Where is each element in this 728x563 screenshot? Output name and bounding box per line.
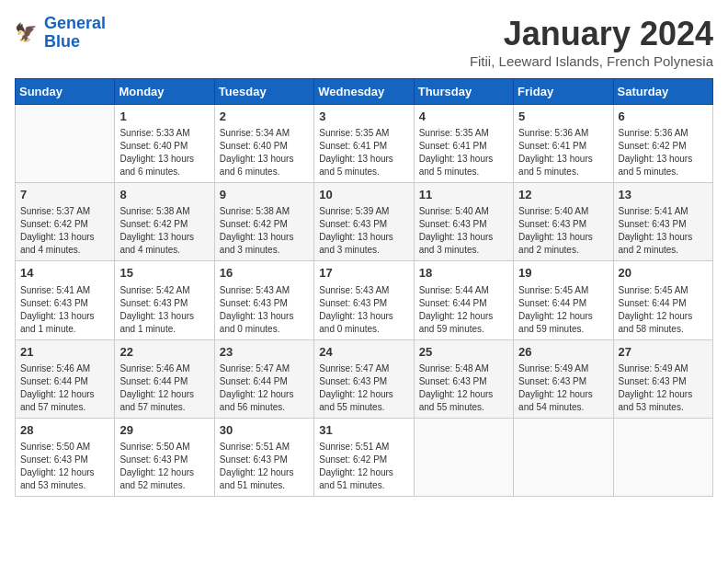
- calendar-week-row: 28Sunrise: 5:50 AM Sunset: 6:43 PM Dayli…: [16, 418, 713, 496]
- day-info: Sunrise: 5:38 AM Sunset: 6:42 PM Dayligh…: [119, 205, 209, 257]
- calendar-cell: 4Sunrise: 5:35 AM Sunset: 6:41 PM Daylig…: [414, 105, 513, 183]
- month-title: January 2024: [470, 15, 713, 53]
- title-block: January 2024 Fitii, Leeward Islands, Fre…: [470, 15, 713, 69]
- day-of-week-header: Thursday: [414, 79, 513, 105]
- day-info: Sunrise: 5:40 AM Sunset: 6:43 PM Dayligh…: [518, 205, 608, 257]
- day-number: 26: [518, 344, 608, 361]
- day-info: Sunrise: 5:40 AM Sunset: 6:43 PM Dayligh…: [419, 205, 508, 257]
- day-info: Sunrise: 5:43 AM Sunset: 6:43 PM Dayligh…: [220, 284, 309, 336]
- day-number: 6: [619, 109, 708, 125]
- day-number: 25: [419, 344, 508, 361]
- day-number: 30: [220, 422, 309, 439]
- calendar-week-row: 14Sunrise: 5:41 AM Sunset: 6:43 PM Dayli…: [16, 261, 713, 339]
- day-info: Sunrise: 5:49 AM Sunset: 6:43 PM Dayligh…: [518, 362, 608, 414]
- calendar-cell: 15Sunrise: 5:42 AM Sunset: 6:43 PM Dayli…: [115, 261, 214, 339]
- calendar-week-row: 21Sunrise: 5:46 AM Sunset: 6:44 PM Dayli…: [16, 339, 713, 418]
- day-number: 17: [319, 265, 408, 282]
- day-of-week-header: Sunday: [16, 79, 115, 105]
- calendar-cell: 10Sunrise: 5:39 AM Sunset: 6:43 PM Dayli…: [314, 183, 414, 261]
- calendar-cell: 14Sunrise: 5:41 AM Sunset: 6:43 PM Dayli…: [16, 261, 115, 339]
- calendar-cell: 22Sunrise: 5:46 AM Sunset: 6:44 PM Dayli…: [115, 339, 214, 418]
- calendar-cell: 2Sunrise: 5:34 AM Sunset: 6:40 PM Daylig…: [214, 105, 313, 183]
- calendar-cell: 28Sunrise: 5:50 AM Sunset: 6:43 PM Dayli…: [16, 418, 115, 496]
- calendar-cell: 6Sunrise: 5:36 AM Sunset: 6:42 PM Daylig…: [613, 105, 712, 183]
- day-info: Sunrise: 5:34 AM Sunset: 6:40 PM Dayligh…: [220, 127, 309, 178]
- day-info: Sunrise: 5:35 AM Sunset: 6:41 PM Dayligh…: [319, 127, 408, 178]
- calendar-cell: 11Sunrise: 5:40 AM Sunset: 6:43 PM Dayli…: [414, 183, 513, 261]
- day-number: 28: [20, 422, 109, 439]
- calendar-cell: 18Sunrise: 5:44 AM Sunset: 6:44 PM Dayli…: [414, 261, 513, 339]
- day-info: Sunrise: 5:39 AM Sunset: 6:43 PM Dayligh…: [319, 205, 408, 257]
- calendar-cell: 7Sunrise: 5:37 AM Sunset: 6:42 PM Daylig…: [16, 183, 115, 261]
- day-number: 15: [119, 265, 209, 282]
- calendar-cell: 9Sunrise: 5:38 AM Sunset: 6:42 PM Daylig…: [214, 183, 313, 261]
- day-info: Sunrise: 5:49 AM Sunset: 6:43 PM Dayligh…: [619, 362, 708, 414]
- day-info: Sunrise: 5:37 AM Sunset: 6:42 PM Dayligh…: [20, 205, 109, 257]
- calendar-cell: 29Sunrise: 5:50 AM Sunset: 6:43 PM Dayli…: [115, 418, 214, 496]
- calendar-cell: 8Sunrise: 5:38 AM Sunset: 6:42 PM Daylig…: [115, 183, 214, 261]
- day-number: 24: [319, 344, 408, 361]
- calendar-cell: 23Sunrise: 5:47 AM Sunset: 6:44 PM Dayli…: [214, 339, 313, 418]
- calendar-cell: 12Sunrise: 5:40 AM Sunset: 6:43 PM Dayli…: [514, 183, 613, 261]
- day-number: 13: [619, 187, 708, 203]
- calendar-body: 1Sunrise: 5:33 AM Sunset: 6:40 PM Daylig…: [16, 105, 713, 497]
- location-subtitle: Fitii, Leeward Islands, French Polynesia: [470, 53, 713, 69]
- day-info: Sunrise: 5:43 AM Sunset: 6:43 PM Dayligh…: [319, 284, 408, 336]
- day-number: 10: [319, 187, 408, 203]
- day-info: Sunrise: 5:47 AM Sunset: 6:43 PM Dayligh…: [319, 362, 408, 414]
- day-of-week-header: Friday: [514, 79, 613, 105]
- calendar-cell: 24Sunrise: 5:47 AM Sunset: 6:43 PM Dayli…: [314, 339, 414, 418]
- day-of-week-header: Saturday: [613, 79, 712, 105]
- day-number: 31: [319, 422, 408, 439]
- day-number: 8: [119, 187, 209, 203]
- day-info: Sunrise: 5:46 AM Sunset: 6:44 PM Dayligh…: [20, 362, 109, 414]
- day-info: Sunrise: 5:47 AM Sunset: 6:44 PM Dayligh…: [220, 362, 309, 414]
- calendar-cell: 31Sunrise: 5:51 AM Sunset: 6:42 PM Dayli…: [314, 418, 414, 496]
- day-number: 19: [518, 265, 608, 282]
- calendar-cell: [613, 418, 712, 496]
- logo: 🦅 General Blue: [15, 15, 106, 52]
- day-number: 4: [419, 109, 508, 125]
- day-number: 14: [20, 265, 109, 282]
- day-info: Sunrise: 5:45 AM Sunset: 6:44 PM Dayligh…: [518, 284, 608, 336]
- calendar-cell: [16, 105, 115, 183]
- day-number: 21: [20, 344, 109, 361]
- calendar-cell: 19Sunrise: 5:45 AM Sunset: 6:44 PM Dayli…: [514, 261, 613, 339]
- day-info: Sunrise: 5:35 AM Sunset: 6:41 PM Dayligh…: [419, 127, 508, 178]
- day-info: Sunrise: 5:38 AM Sunset: 6:42 PM Dayligh…: [220, 205, 309, 257]
- day-info: Sunrise: 5:48 AM Sunset: 6:43 PM Dayligh…: [419, 362, 508, 414]
- day-info: Sunrise: 5:36 AM Sunset: 6:42 PM Dayligh…: [619, 127, 708, 178]
- day-info: Sunrise: 5:50 AM Sunset: 6:43 PM Dayligh…: [119, 441, 209, 492]
- calendar-cell: 16Sunrise: 5:43 AM Sunset: 6:43 PM Dayli…: [214, 261, 313, 339]
- day-of-week-header: Monday: [115, 79, 214, 105]
- day-number: 1: [119, 109, 209, 125]
- day-number: 12: [518, 187, 608, 203]
- calendar-cell: 21Sunrise: 5:46 AM Sunset: 6:44 PM Dayli…: [16, 339, 115, 418]
- logo-icon: 🦅: [15, 20, 40, 46]
- day-info: Sunrise: 5:33 AM Sunset: 6:40 PM Dayligh…: [119, 127, 209, 178]
- day-info: Sunrise: 5:41 AM Sunset: 6:43 PM Dayligh…: [619, 205, 708, 257]
- day-info: Sunrise: 5:51 AM Sunset: 6:42 PM Dayligh…: [319, 441, 408, 492]
- calendar-cell: 27Sunrise: 5:49 AM Sunset: 6:43 PM Dayli…: [613, 339, 712, 418]
- calendar-cell: [414, 418, 513, 496]
- calendar-cell: 3Sunrise: 5:35 AM Sunset: 6:41 PM Daylig…: [314, 105, 414, 183]
- day-number: 23: [220, 344, 309, 361]
- calendar-cell: [514, 418, 613, 496]
- day-of-week-header: Wednesday: [314, 79, 414, 105]
- page-header: 🦅 General Blue January 2024 Fitii, Leewa…: [15, 15, 713, 69]
- day-number: 7: [20, 187, 109, 203]
- day-number: 16: [220, 265, 309, 282]
- day-number: 22: [119, 344, 209, 361]
- calendar-week-row: 7Sunrise: 5:37 AM Sunset: 6:42 PM Daylig…: [16, 183, 713, 261]
- day-number: 29: [119, 422, 209, 439]
- day-number: 11: [419, 187, 508, 203]
- day-info: Sunrise: 5:50 AM Sunset: 6:43 PM Dayligh…: [20, 441, 109, 492]
- day-info: Sunrise: 5:41 AM Sunset: 6:43 PM Dayligh…: [20, 284, 109, 336]
- logo-text: General Blue: [44, 15, 106, 52]
- day-info: Sunrise: 5:45 AM Sunset: 6:44 PM Dayligh…: [619, 284, 708, 336]
- day-info: Sunrise: 5:51 AM Sunset: 6:43 PM Dayligh…: [220, 441, 309, 492]
- day-number: 3: [319, 109, 408, 125]
- calendar-cell: 17Sunrise: 5:43 AM Sunset: 6:43 PM Dayli…: [314, 261, 414, 339]
- day-info: Sunrise: 5:44 AM Sunset: 6:44 PM Dayligh…: [419, 284, 508, 336]
- calendar-cell: 26Sunrise: 5:49 AM Sunset: 6:43 PM Dayli…: [514, 339, 613, 418]
